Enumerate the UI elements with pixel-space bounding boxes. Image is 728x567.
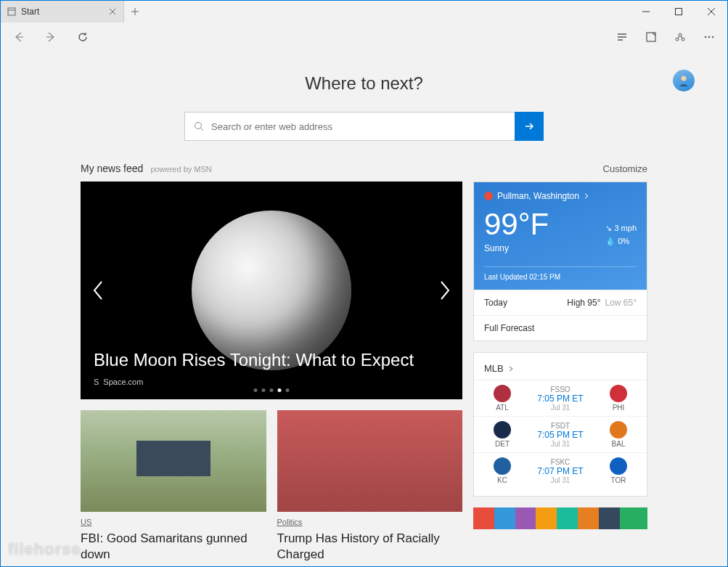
maximize-button[interactable] bbox=[662, 1, 695, 23]
forward-button[interactable] bbox=[40, 26, 62, 48]
hero-next-button[interactable] bbox=[428, 280, 462, 301]
feed-header: My news feed powered by MSN Customize bbox=[81, 163, 647, 174]
hero-card[interactable]: Blue Moon Rises Tonight: What to Expect … bbox=[81, 181, 462, 399]
weather-updated: Last Updated 02:15 PM bbox=[484, 266, 637, 281]
svg-rect-3 bbox=[675, 9, 682, 15]
close-window-button[interactable] bbox=[695, 1, 727, 23]
card-category[interactable]: US bbox=[81, 518, 91, 526]
card-category[interactable]: Politics bbox=[277, 518, 303, 526]
svg-line-18 bbox=[201, 129, 204, 131]
tab-label: Start bbox=[21, 7, 103, 17]
search-submit-button[interactable] bbox=[515, 112, 544, 141]
team-logo-icon bbox=[494, 421, 511, 438]
customize-link[interactable]: Customize bbox=[603, 163, 647, 174]
browser-tab[interactable]: Start bbox=[1, 1, 124, 23]
team-logo-icon bbox=[610, 457, 627, 475]
navbar bbox=[1, 23, 727, 52]
news-card[interactable]: Politics Trump Has History of Racially C… bbox=[277, 410, 463, 563]
search-icon bbox=[194, 121, 204, 131]
web-note-button[interactable] bbox=[640, 26, 662, 48]
away-team: KC bbox=[484, 457, 520, 484]
search-input[interactable] bbox=[211, 121, 506, 132]
svg-point-15 bbox=[712, 36, 713, 38]
home-team: PHI bbox=[600, 385, 637, 412]
sports-league[interactable]: MLB bbox=[474, 360, 647, 380]
team-logo-icon bbox=[494, 457, 511, 475]
game-info: FSKC7:07 PM ETJul 31 bbox=[523, 458, 597, 484]
page-icon bbox=[7, 7, 17, 17]
window-controls bbox=[629, 1, 727, 23]
weather-alert-icon bbox=[484, 192, 493, 200]
moon-icon bbox=[192, 211, 351, 370]
reading-list-button[interactable] bbox=[611, 26, 633, 48]
team-logo-icon bbox=[610, 421, 627, 438]
home-team: BAL bbox=[600, 421, 637, 448]
team-logo-icon bbox=[494, 385, 511, 402]
game-info: FSSO7:05 PM ETJul 31 bbox=[523, 386, 597, 412]
sports-widget[interactable]: MLB ATL FSSO7:05 PM ETJul 31 PHI DET FSD… bbox=[473, 352, 647, 497]
weather-widget[interactable]: Pullman, Washington 99°F Sunny ↘ 3 mph 💧… bbox=[473, 181, 647, 341]
card-title: Trump Has History of Racially Charged bbox=[277, 531, 463, 563]
card-image bbox=[277, 410, 463, 512]
tile-strip[interactable] bbox=[473, 507, 647, 529]
hero-dot[interactable] bbox=[262, 388, 266, 392]
humidity-icon: 💧 bbox=[605, 237, 615, 245]
tab-close-button[interactable] bbox=[107, 7, 118, 17]
hero-dot[interactable] bbox=[270, 388, 274, 392]
hero-source: SSpace.com bbox=[94, 378, 449, 386]
game-row[interactable]: ATL FSSO7:05 PM ETJul 31 PHI bbox=[474, 380, 647, 416]
game-row[interactable]: KC FSKC7:07 PM ETJul 31 TOR bbox=[474, 452, 647, 489]
hero-dot[interactable] bbox=[286, 388, 290, 392]
team-logo-icon bbox=[610, 385, 627, 402]
away-team: ATL bbox=[484, 385, 520, 412]
svg-rect-0 bbox=[8, 8, 15, 15]
news-card[interactable]: US FBI: Good Samaritans gunned down bbox=[81, 410, 266, 563]
hero-prev-button[interactable] bbox=[81, 280, 115, 301]
wind-icon: ↘ bbox=[605, 224, 612, 232]
search-box[interactable] bbox=[184, 112, 515, 141]
titlebar: Start bbox=[1, 1, 727, 23]
game-row[interactable]: DET FSDT7:05 PM ETJul 31 BAL bbox=[474, 416, 647, 452]
weather-details: ↘ 3 mph 💧 0% bbox=[605, 222, 637, 248]
weather-today-row[interactable]: Today High 95° Low 65° bbox=[474, 290, 647, 315]
hero-dot[interactable] bbox=[254, 388, 258, 392]
chevron-right-icon bbox=[508, 366, 514, 372]
minimize-button[interactable] bbox=[629, 1, 662, 23]
svg-point-17 bbox=[195, 123, 202, 129]
feed-title: My news feed bbox=[81, 163, 143, 174]
start-page-content: Where to next? My news feed powered by M… bbox=[1, 52, 727, 566]
svg-point-13 bbox=[705, 36, 706, 38]
weather-location[interactable]: Pullman, Washington bbox=[484, 191, 637, 201]
back-button[interactable] bbox=[8, 26, 30, 48]
card-title: FBI: Good Samaritans gunned down bbox=[81, 531, 266, 563]
hero-title: Blue Moon Rises Tonight: What to Expect bbox=[94, 350, 449, 370]
away-team: DET bbox=[484, 421, 520, 448]
card-image bbox=[81, 410, 266, 512]
share-button[interactable] bbox=[669, 26, 691, 48]
full-forecast-link[interactable]: Full Forecast bbox=[474, 315, 647, 340]
chevron-right-icon bbox=[584, 193, 589, 199]
hero-dot[interactable] bbox=[278, 388, 282, 392]
page-headline: Where to next? bbox=[81, 73, 647, 94]
new-tab-button[interactable] bbox=[124, 1, 146, 23]
game-info: FSDT7:05 PM ETJul 31 bbox=[523, 422, 597, 448]
svg-point-14 bbox=[708, 36, 710, 38]
search-container bbox=[184, 112, 544, 141]
source-icon: S bbox=[94, 378, 99, 386]
more-button[interactable] bbox=[698, 26, 720, 48]
refresh-button[interactable] bbox=[72, 26, 94, 48]
hero-pagination bbox=[254, 388, 290, 392]
feed-subtitle: powered by MSN bbox=[150, 165, 211, 174]
home-team: TOR bbox=[600, 457, 637, 484]
